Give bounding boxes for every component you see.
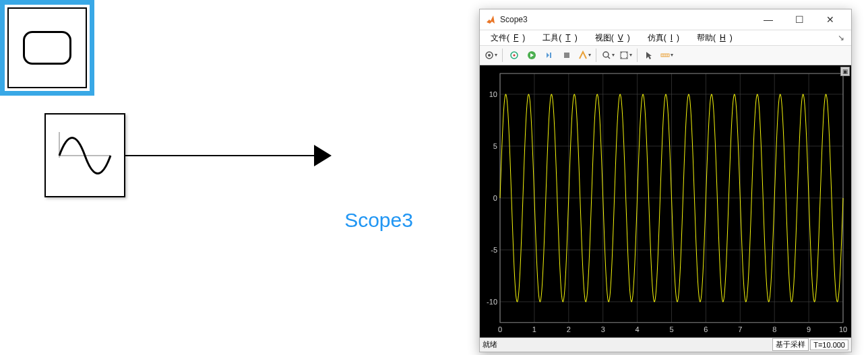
minimize-button[interactable]: —: [753, 9, 784, 30]
stop-icon: [561, 50, 572, 61]
expand-plot-icon[interactable]: ▣: [840, 67, 850, 76]
menu-help[interactable]: 帮助(H): [689, 31, 741, 45]
scope-screen-icon: [23, 31, 71, 65]
menu-help-label: 帮助(H): [693, 32, 737, 44]
step-icon: [544, 50, 555, 61]
settings-button[interactable]: ▾: [483, 47, 499, 63]
run-icon: [526, 50, 537, 61]
cursor-button[interactable]: [641, 47, 657, 63]
statusbar: 就绪 基于采样 T=10.000: [480, 337, 851, 352]
svg-rect-16: [480, 65, 851, 337]
svg-text:0: 0: [493, 194, 497, 202]
menu-file-label: 文件(F): [487, 32, 529, 44]
menu-view-label: 视图(V): [591, 32, 634, 44]
zoom-icon: [601, 50, 612, 61]
svg-point-9: [603, 52, 609, 57]
svg-text:10: 10: [489, 90, 497, 98]
scope-window: Scope3 — ☐ ✕ 文件(F) 工具(T) 视图(V) 仿真(I) 帮助(…: [479, 9, 852, 352]
menu-simulation[interactable]: 仿真(I): [640, 31, 687, 45]
svg-text:-10: -10: [487, 298, 497, 306]
status-ready: 就绪: [483, 340, 771, 350]
run-button[interactable]: [524, 47, 540, 63]
measure-icon: [660, 50, 671, 61]
svg-text:10: 10: [839, 325, 847, 333]
svg-text:4: 4: [636, 325, 640, 333]
svg-text:5: 5: [669, 325, 673, 333]
status-time: T=10.000: [810, 340, 848, 350]
svg-text:-5: -5: [491, 246, 497, 254]
svg-text:8: 8: [772, 325, 776, 333]
svg-text:3: 3: [601, 325, 605, 333]
highlight-icon: [578, 50, 588, 61]
close-button[interactable]: ✕: [815, 9, 846, 30]
gear-icon: [484, 50, 495, 61]
stop-button[interactable]: [559, 47, 575, 63]
svg-text:9: 9: [807, 325, 811, 333]
measure-button[interactable]: ▾: [658, 47, 675, 63]
matlab-icon: [485, 14, 496, 25]
status-sample: 基于采样: [772, 338, 809, 351]
window-title: Scope3: [500, 15, 753, 24]
svg-point-3: [488, 54, 491, 57]
menu-expand-icon[interactable]: ↘: [834, 32, 848, 44]
signal-arrow-icon: [314, 145, 332, 166]
scope-block[interactable]: [0, 0, 94, 96]
autoscale-button[interactable]: ▾: [617, 47, 633, 63]
menu-file[interactable]: 文件(F): [483, 31, 533, 45]
scope-block-label[interactable]: Scope3: [332, 209, 426, 232]
menu-tools-label: 工具(T): [538, 32, 581, 44]
find-signal-button[interactable]: [506, 47, 522, 63]
step-button[interactable]: [541, 47, 557, 63]
svg-rect-7: [550, 53, 551, 58]
svg-line-10: [608, 57, 610, 59]
menu-simulation-label: 仿真(I): [644, 32, 683, 44]
svg-text:0: 0: [498, 325, 502, 333]
scope-plot[interactable]: 012345678910-10-50510 ▣: [480, 65, 851, 337]
zoom-button[interactable]: ▾: [600, 47, 616, 63]
svg-point-5: [514, 54, 516, 56]
menu-tools[interactable]: 工具(T): [534, 31, 585, 45]
autoscale-icon: [619, 50, 629, 61]
maximize-button[interactable]: ☐: [784, 9, 815, 30]
svg-text:1: 1: [532, 325, 536, 333]
signal-line[interactable]: [125, 155, 321, 156]
menubar: 文件(F) 工具(T) 视图(V) 仿真(I) 帮助(H) ↘: [480, 30, 851, 46]
svg-text:5: 5: [493, 142, 497, 150]
toolbar: ▾ ▾ ▾ ▾ ▾: [480, 46, 851, 65]
svg-text:6: 6: [704, 325, 708, 333]
svg-text:2: 2: [567, 325, 571, 333]
sine-wave-icon: [53, 125, 117, 186]
highlight-button[interactable]: ▾: [576, 47, 592, 63]
sine-wave-block[interactable]: [44, 113, 125, 197]
target-icon: [509, 50, 520, 61]
cursor-icon: [644, 50, 654, 61]
menu-view[interactable]: 视图(V): [587, 31, 638, 45]
svg-text:7: 7: [738, 325, 742, 333]
simulink-canvas[interactable]: Scope3: [0, 0, 472, 355]
svg-rect-8: [564, 53, 569, 58]
titlebar[interactable]: Scope3 — ☐ ✕: [480, 9, 851, 30]
